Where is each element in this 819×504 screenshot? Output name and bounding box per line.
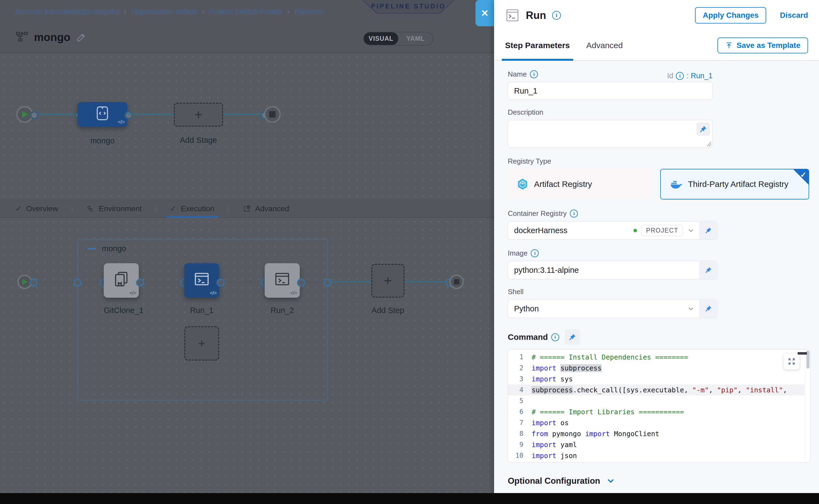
dotted-edge <box>222 281 263 282</box>
scope-badge: PROJECT <box>641 225 683 236</box>
add-step-button[interactable]: + <box>371 264 404 298</box>
breadcrumb-separator-icon: › <box>124 7 126 16</box>
code-line[interactable]: 3import sys <box>508 373 805 384</box>
add-stage-button[interactable]: + <box>174 103 223 127</box>
toggle-visual[interactable]: VISUAL <box>364 32 398 45</box>
close-panel-button[interactable]: ✕ <box>476 0 494 26</box>
code-line[interactable]: 1# ====== Install Dependencies ======== <box>508 352 805 363</box>
breadcrumb-org[interactable]: Organization: default <box>131 7 197 16</box>
step-node-run1-selected[interactable]: </> <box>184 263 219 298</box>
chevron-down-icon[interactable] <box>687 227 695 234</box>
tab-step-advanced[interactable]: Advanced <box>586 31 623 60</box>
pin-button[interactable] <box>696 122 710 136</box>
tab-advanced-label: Advanced <box>255 204 289 213</box>
pipeline-header: mongo VISUAL YAML <box>0 24 494 53</box>
step-node-run2[interactable]: </> <box>265 263 300 298</box>
step-node-gitclone[interactable]: </> <box>104 263 139 298</box>
port <box>216 279 225 287</box>
code-lines[interactable]: 1# ====== Install Dependencies ========2… <box>508 352 805 462</box>
info-icon[interactable]: i <box>676 72 684 80</box>
collapse-icon[interactable] <box>88 248 96 250</box>
chevron-down-icon[interactable] <box>687 305 695 312</box>
edit-pencil-icon[interactable] <box>76 32 87 43</box>
pipeline-studio-dimmed-area: Account: kurosakiichigo.songoku › Organi… <box>0 0 494 504</box>
add-step-in-group-button[interactable]: + <box>184 326 219 361</box>
code-badge-icon: </> <box>210 290 216 296</box>
optional-configuration-toggle[interactable]: Optional Configuration <box>508 476 809 486</box>
command-label: Commandi <box>508 332 559 342</box>
pin-button[interactable] <box>565 329 580 345</box>
plus-icon: + <box>198 337 205 349</box>
command-code-editor[interactable]: 1# ====== Install Dependencies ========2… <box>508 349 811 462</box>
name-input[interactable]: Run_1 <box>508 82 713 100</box>
chevron-right-icon: › <box>227 204 230 214</box>
shell-select[interactable]: Python <box>508 299 717 318</box>
breadcrumb-project[interactable]: Project: Default Project <box>209 7 282 16</box>
pin-button[interactable] <box>700 261 717 279</box>
code-line[interactable]: 10import json <box>508 450 805 461</box>
visual-yaml-toggle: VISUAL YAML <box>363 32 433 45</box>
expand-editor-button[interactable] <box>783 353 800 370</box>
port <box>124 111 133 119</box>
add-step-label: Add Step <box>368 306 408 315</box>
tab-execution[interactable]: ✓ Execution <box>170 200 214 217</box>
pin-icon <box>705 267 712 274</box>
stop-icon <box>454 279 459 285</box>
dotted-edge <box>32 281 76 282</box>
breadcrumb-separator-icon: › <box>202 7 204 16</box>
info-icon[interactable]: i <box>531 249 539 257</box>
toggle-yaml[interactable]: YAML <box>398 32 433 45</box>
info-icon[interactable]: i <box>552 11 561 20</box>
image-input-group[interactable]: python:3.11-alpine <box>508 261 717 279</box>
tab-step-parameters[interactable]: Step Parameters <box>505 31 570 60</box>
code-line[interactable]: 9import yaml <box>508 439 805 450</box>
artifact-registry-option[interactable]: Artifact Registry <box>508 169 653 199</box>
check-icon: ✓ <box>800 170 806 179</box>
pin-button[interactable] <box>700 300 717 317</box>
info-icon[interactable]: i <box>551 333 559 341</box>
port <box>30 111 38 119</box>
code-badge-icon: </> <box>129 290 136 296</box>
breadcrumb-account[interactable]: Account: kurosakiichigo.songoku <box>15 7 119 16</box>
code-line[interactable]: 7import os <box>508 417 805 428</box>
pipeline-studio-badge: PIPELINE STUDIO <box>362 0 455 14</box>
tab-overview[interactable]: ✓ Overview <box>15 200 58 217</box>
apply-changes-button[interactable]: Apply Changes <box>695 7 766 24</box>
stage-canvas[interactable] <box>0 53 494 200</box>
edge <box>223 114 264 115</box>
code-line[interactable]: 8from pymongo import MongoClient <box>508 428 805 439</box>
edge <box>33 114 78 115</box>
step-group-label: mongo <box>102 244 126 253</box>
plus-icon: + <box>194 108 202 122</box>
editor-scrollbar[interactable] <box>805 349 810 462</box>
breadcrumb-pipelines[interactable]: Pipelines <box>294 7 323 16</box>
container-registry-select[interactable]: dockerHarness PROJECT <box>508 221 717 240</box>
tab-environment[interactable]: Environment <box>86 200 142 217</box>
code-line[interactable]: 6# ====== Import Libraries =========== <box>508 406 805 417</box>
upload-icon <box>725 42 733 49</box>
info-icon[interactable]: i <box>570 210 578 218</box>
shell-label: Shell <box>508 288 809 296</box>
resize-handle[interactable] <box>707 142 711 146</box>
save-as-template-button[interactable]: Save as Template <box>717 37 808 53</box>
third-party-registry-option-selected[interactable]: Third-Party Artifact Registry ✓ <box>660 169 809 199</box>
info-icon[interactable]: i <box>530 70 538 78</box>
artifact-registry-label: Artifact Registry <box>534 179 592 189</box>
chevron-down-icon <box>606 477 615 485</box>
tab-environment-label: Environment <box>99 204 142 213</box>
description-textarea[interactable] <box>508 120 713 148</box>
discard-button[interactable]: Discard <box>780 11 808 20</box>
pin-button[interactable] <box>700 222 717 239</box>
tab-advanced[interactable]: Advanced <box>242 200 289 217</box>
git-clone-icon <box>113 271 130 288</box>
pin-icon <box>705 227 712 234</box>
close-icon: ✕ <box>481 8 489 19</box>
code-line[interactable]: 2import subprocess <box>508 363 805 373</box>
bottom-dock-strip <box>0 493 819 504</box>
optional-configuration-label: Optional Configuration <box>508 476 600 486</box>
code-line[interactable]: 5 <box>508 395 805 406</box>
step-group-header[interactable]: mongo <box>88 244 126 253</box>
step-label-run1: Run_1 <box>184 306 219 315</box>
code-line[interactable]: 4subprocess.check_call([sys.executable, … <box>508 384 805 395</box>
stage-node-mongo[interactable]: </> <box>77 102 127 127</box>
